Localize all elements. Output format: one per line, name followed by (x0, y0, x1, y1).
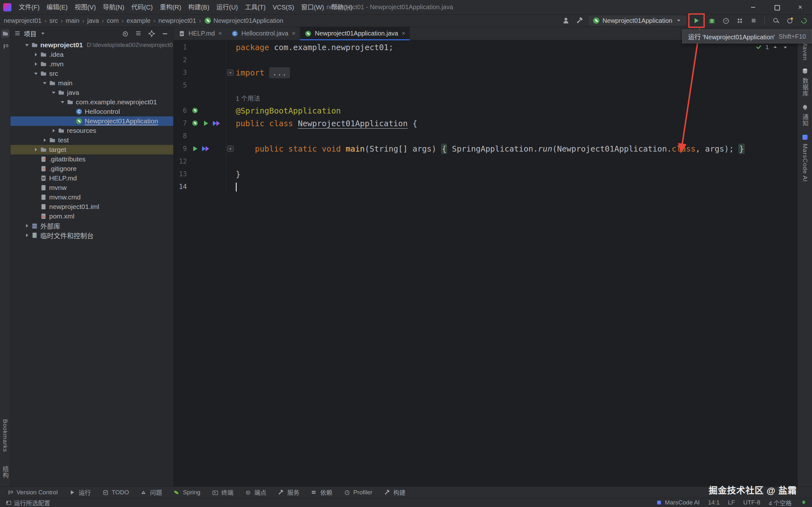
toolwindow-bar-item[interactable]: Version Control (6, 489, 58, 496)
line-number[interactable]: 5 (173, 81, 187, 89)
code-line[interactable]: 6@SpringBootApplication (173, 104, 797, 117)
menu-item[interactable]: 工具(T) (242, 0, 269, 14)
code-line[interactable]: 8 (173, 130, 797, 143)
code-line[interactable]: 14 (173, 180, 797, 193)
status-item[interactable] (800, 499, 808, 506)
run-gutter-button[interactable] (202, 119, 210, 127)
stop-button[interactable] (749, 15, 759, 26)
editor-tab[interactable]: HELP.md× (173, 27, 226, 40)
status-item[interactable]: UTF-8 (743, 499, 760, 506)
menu-item[interactable]: 重构(R) (156, 0, 185, 14)
tree-item[interactable]: java (10, 88, 173, 97)
maximize-button[interactable] (765, 0, 789, 14)
toolwindow-bar-item[interactable]: TODO (102, 489, 129, 496)
chevron-down-icon[interactable] (59, 99, 66, 106)
tree-item[interactable]: mvnw (10, 183, 173, 192)
close-tab-icon[interactable]: × (218, 30, 222, 37)
fold-marker-icon[interactable]: + (227, 146, 234, 152)
code-line[interactable]: 12 (173, 155, 797, 168)
toolwindow-bar-item[interactable]: 依赖 (310, 488, 332, 497)
right-toolwindow-button[interactable]: 通知 (801, 104, 809, 126)
line-number[interactable]: 7 (173, 119, 187, 127)
ai-gutter-button[interactable] (202, 145, 210, 153)
tree-item[interactable]: HELP.md (10, 173, 173, 183)
chevron-down-icon[interactable] (41, 79, 48, 87)
user-button[interactable] (561, 15, 571, 26)
gauge-button[interactable] (721, 15, 731, 26)
code-line[interactable]: 5 (173, 79, 797, 92)
chevron-down-icon[interactable] (39, 30, 47, 38)
tree-item[interactable]: mvnw.cmd (10, 192, 173, 202)
toolwindow-bar-item[interactable]: Spring (172, 489, 200, 496)
tree-item[interactable]: test (10, 135, 173, 145)
tree-item[interactable]: 临时文件和控制台 (10, 230, 173, 240)
run-button[interactable] (690, 15, 703, 26)
right-toolwindow-button[interactable]: MarsCode AI (801, 133, 809, 182)
breadcrumb-item[interactable]: com (106, 17, 119, 24)
toolwindow-bar-item[interactable]: 运行 (68, 488, 91, 497)
line-number[interactable]: 3 (173, 69, 187, 76)
menu-item[interactable]: VCS(S) (269, 0, 298, 14)
search-button[interactable] (771, 15, 781, 26)
chevron-down-icon[interactable] (23, 42, 31, 49)
menu-item[interactable]: 编辑(E) (43, 0, 71, 14)
bean-gutter-button[interactable] (191, 107, 199, 114)
status-item[interactable]: LF (728, 499, 735, 506)
right-toolwindow-button[interactable]: 数据库 (801, 67, 809, 97)
gear-button[interactable] (147, 29, 157, 39)
editor[interactable]: 1 1package com.example.newproject01;23+i… (173, 40, 797, 487)
close-button[interactable]: × (789, 0, 812, 14)
next-problem-icon[interactable] (781, 44, 789, 51)
inspections-widget[interactable]: 1 (755, 44, 789, 51)
menu-item[interactable]: 运行(U) (213, 0, 242, 14)
tree-item[interactable]: Newproject01Application (10, 116, 173, 126)
minus-button[interactable] (160, 29, 170, 39)
tree-item[interactable]: com.example.newproject01 (10, 97, 173, 107)
tree-item[interactable]: pom.xml (10, 212, 173, 221)
breadcrumb-item[interactable]: newproject01 (158, 17, 197, 24)
line-number[interactable]: 8 (173, 132, 187, 140)
toolwindow-bar-item[interactable]: Profiler (343, 489, 372, 496)
locate-button[interactable] (120, 29, 130, 39)
chevron-down-icon[interactable] (32, 70, 39, 77)
update-button[interactable] (785, 15, 795, 26)
chevron-down-icon[interactable] (50, 89, 57, 96)
menu-item[interactable]: 文件(F) (15, 0, 43, 14)
tree-item[interactable]: newproject01.iml (10, 202, 173, 212)
toolwindow-bar-item[interactable]: 构建 (383, 488, 406, 497)
tree-item[interactable]: main (10, 78, 173, 88)
tree-item[interactable]: .mvn (10, 59, 173, 69)
menu-item[interactable]: 导航(N) (99, 0, 128, 14)
status-item[interactable]: 14:1 (708, 499, 720, 506)
code-line[interactable]: 7public class Newproject01Application { (173, 117, 797, 130)
code-line[interactable]: 1 个用法 (173, 92, 797, 104)
status-item[interactable]: MarsCode AI (655, 499, 700, 506)
project-toolwindow-button[interactable] (1, 30, 9, 38)
breadcrumb-item[interactable]: src (49, 17, 59, 24)
line-number[interactable]: 1 (173, 44, 187, 51)
sync-button[interactable] (799, 15, 809, 26)
minimize-button[interactable] (742, 0, 765, 14)
menu-item[interactable]: 视图(V) (71, 0, 99, 14)
tree-item[interactable]: resources (10, 126, 173, 135)
line-number[interactable]: 14 (173, 183, 187, 190)
menu-item[interactable]: 构建(B) (185, 0, 213, 14)
line-number[interactable]: 6 (173, 107, 187, 114)
run-config-combo[interactable]: Newproject01Application (589, 15, 687, 26)
usages-inlay-hint[interactable]: 1 个用法 (236, 95, 260, 102)
chevron-right-icon[interactable] (32, 146, 39, 153)
tree-item[interactable]: src (10, 69, 173, 78)
tree-item[interactable]: .idea (10, 50, 173, 59)
left-toolwindow-button[interactable]: 结构 (1, 466, 9, 478)
editor-tab[interactable]: Hellocontrol.java× (226, 27, 300, 40)
chevron-right-icon[interactable] (32, 61, 39, 67)
line-number[interactable]: 2 (173, 56, 187, 64)
breadcrumb-item[interactable]: Newproject01Application (203, 17, 284, 24)
toolwindow-bar-item[interactable]: 终端 (211, 488, 233, 497)
tree-item[interactable]: .gitattributes (10, 155, 173, 164)
prev-problem-icon[interactable] (771, 44, 779, 51)
code-line[interactable]: 2 (173, 54, 797, 66)
left-toolwindow-button[interactable]: Bookmarks (2, 419, 9, 452)
tree-item[interactable]: target (10, 145, 173, 155)
collapse-button[interactable] (133, 29, 143, 39)
